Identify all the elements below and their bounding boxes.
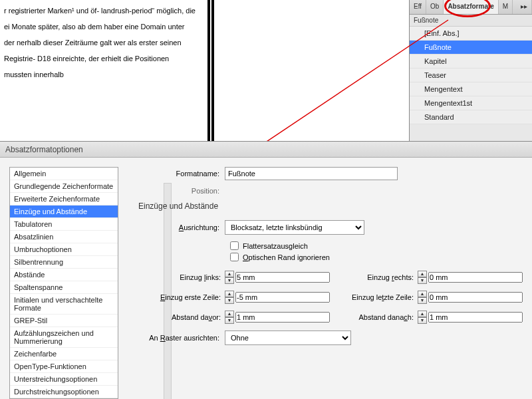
- panel-tab-strip: Eff Ob Absatzformate M ▸▸: [410, 0, 532, 15]
- dialog-category-item[interactable]: Tabulatoren: [10, 218, 118, 231]
- spinner[interactable]: ▲▼: [418, 291, 427, 304]
- optischer-rand-label: Optischen Rand ignorieren: [243, 253, 330, 261]
- abstand-davor-input[interactable]: [235, 312, 330, 323]
- einzug-letzte-label: Einzug letzte Zeile:: [344, 293, 418, 301]
- spinner[interactable]: ▲▼: [418, 311, 427, 324]
- ausrichtung-label: Ausrichtung:: [138, 223, 225, 231]
- flattersatz-label: Flattersatzausgleich: [243, 242, 308, 250]
- panel-style-list: [Einf. Abs.] Fußnote Kapitel Teaser Meng…: [410, 27, 532, 124]
- panel-style-item[interactable]: Mengentext: [410, 82, 532, 96]
- raster-select[interactable]: Ohne: [225, 331, 351, 345]
- einzug-erste-input[interactable]: [235, 292, 330, 303]
- abstand-danach-input[interactable]: [428, 312, 523, 323]
- dialog-category-item[interactable]: Spaltenspanne: [10, 281, 118, 294]
- einzug-letzte-input[interactable]: [428, 292, 523, 303]
- dialog-category-list: Allgemein Grundlegende Zeichenformate Er…: [9, 167, 118, 399]
- position-label: Position:: [138, 187, 225, 195]
- raster-label: An Raster ausrichten:: [138, 334, 225, 342]
- panel-style-item-fussnote[interactable]: Fußnote: [410, 41, 532, 55]
- panel-tab[interactable]: Eff: [410, 0, 426, 14]
- panel-style-item[interactable]: Standard: [410, 110, 532, 124]
- panel-tab[interactable]: M: [499, 0, 513, 14]
- einzug-links-input[interactable]: [235, 272, 330, 283]
- dialog-title: Absatzformatoptionen: [0, 142, 532, 158]
- dialog-category-item[interactable]: Umbruchoptionen: [10, 243, 118, 256]
- panel-tab-absatzformate[interactable]: Absatzformate: [444, 0, 498, 14]
- panel-style-item[interactable]: Teaser: [410, 68, 532, 82]
- panel-tab[interactable]: Ob: [426, 0, 444, 14]
- formatname-label: Formatname:: [138, 170, 225, 178]
- spinner[interactable]: ▲▼: [225, 271, 234, 284]
- dialog-category-item[interactable]: Aufzählungszeichen und Nummerierung: [10, 327, 118, 348]
- dialog-category-item[interactable]: Grundlegende Zeichenformate: [10, 180, 118, 193]
- dialog-category-item[interactable]: Abstände: [10, 269, 118, 281]
- abstand-danach-label: Abstand danach:: [344, 313, 418, 321]
- dialog-category-item[interactable]: Absatzlinien: [10, 231, 118, 243]
- dialog-category-item[interactable]: OpenType-Funktionen: [10, 360, 118, 373]
- einzug-rechts-label: Einzug rechts:: [344, 273, 418, 281]
- dialog-category-item[interactable]: Unterstreichungsoptionen: [10, 373, 118, 386]
- paragraph-style-options-dialog: Absatzformatoptionen Allgemein Grundlege…: [0, 141, 532, 399]
- spinner[interactable]: ▲▼: [418, 271, 427, 284]
- document-empty-column: [214, 0, 384, 146]
- abstand-davor-label: Abstand davor:: [138, 313, 225, 321]
- column-separator: [207, 0, 210, 146]
- spinner[interactable]: ▲▼: [225, 291, 234, 304]
- panel-style-header: Fußnote: [410, 15, 532, 27]
- panel-style-item[interactable]: Kapitel: [410, 55, 532, 68]
- spinner[interactable]: ▲▼: [225, 311, 234, 324]
- einzug-links-label: Einzug links:: [138, 273, 225, 281]
- panel-style-item[interactable]: [Einf. Abs.]: [410, 27, 532, 41]
- dialog-category-item[interactable]: Erweiterte Zeichenformate: [10, 193, 118, 205]
- dialog-category-item[interactable]: Initialen und verschachtelte Formate: [10, 294, 118, 315]
- panel-style-item[interactable]: Mengentext1st: [410, 96, 532, 110]
- panel-overflow-icon[interactable]: ▸▸: [513, 0, 532, 14]
- einzug-erste-label: Einzug erste Zeile:: [138, 293, 225, 301]
- paragraph-styles-panel: Eff Ob Absatzformate M ▸▸ Fußnote [Einf.…: [409, 0, 532, 145]
- ausrichtung-select[interactable]: Blocksatz, letzte linksbündig: [225, 220, 364, 235]
- dialog-category-item[interactable]: GREP-Stil: [10, 315, 118, 327]
- dialog-category-item[interactable]: Silbentrennung: [10, 256, 118, 269]
- document-text-column: r registrierter Marken¹ und öf- landrush…: [0, 0, 200, 146]
- dialog-main-pane: Formatname: Position: Einzüge und Abstän…: [118, 158, 532, 399]
- section-heading: Einzüge und Abstände: [138, 201, 523, 211]
- dialog-category-item[interactable]: Durchstreichungsoptionen: [10, 386, 118, 398]
- dialog-category-item[interactable]: Allgemein: [10, 168, 118, 180]
- dialog-category-item-einzuege[interactable]: Einzüge und Abstände: [10, 205, 118, 218]
- flattersatz-checkbox[interactable]: [230, 241, 239, 250]
- optischer-rand-checkbox[interactable]: [230, 253, 239, 261]
- formatname-input[interactable]: [225, 167, 398, 180]
- einzug-rechts-input[interactable]: [428, 272, 523, 283]
- dialog-category-item[interactable]: Zeichenfarbe: [10, 348, 118, 360]
